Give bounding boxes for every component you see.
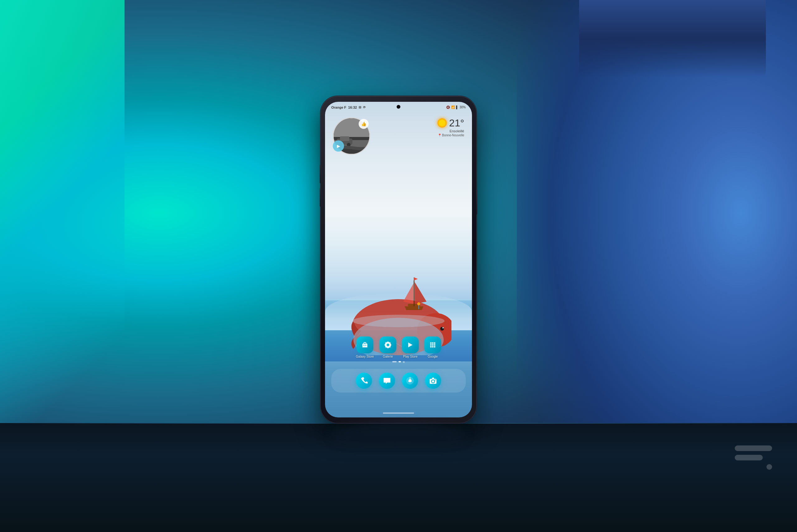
- status-right: 🔇 📶 ▌ 30%: [446, 106, 466, 109]
- play-store-icon[interactable]: [402, 337, 419, 353]
- deco-pill-2: [735, 455, 763, 460]
- location-text: Bonne-Nouvelle: [442, 134, 464, 137]
- play-button[interactable]: ▶: [333, 140, 344, 152]
- page-indicator-1: [392, 361, 397, 362]
- app-galerie[interactable]: Galerie: [380, 337, 396, 358]
- volume-icon: 🔇: [446, 106, 450, 109]
- carrier-label: Orange F: [331, 106, 346, 109]
- app-google[interactable]: Google: [424, 337, 441, 358]
- media-icon: ⊟: [359, 106, 361, 109]
- time-label: 16:32: [348, 106, 357, 109]
- svg-point-49: [434, 346, 435, 347]
- weather-temp-row: 21°: [437, 117, 464, 129]
- weather-widget: 21° Ensoleillé 📍 Bonne-Nouvelle: [437, 117, 464, 137]
- right-decoration: [735, 445, 772, 470]
- svg-rect-24: [340, 136, 349, 141]
- dock-messages[interactable]: [379, 373, 395, 389]
- signal-icon: ▌: [456, 106, 458, 109]
- galerie-label: Galerie: [383, 355, 393, 358]
- dock-phone[interactable]: [356, 373, 372, 389]
- svg-point-38: [385, 346, 386, 347]
- svg-point-48: [432, 346, 433, 347]
- google-icon[interactable]: [424, 337, 441, 353]
- like-icon: 👍: [361, 121, 366, 127]
- svg-point-31: [387, 344, 389, 346]
- svg-point-33: [387, 347, 388, 348]
- page-indicator-2: [398, 361, 401, 362]
- screen: Orange F 16:32 ⊟ ⟳ 🔇 📶 ▌ 30% 21°: [325, 102, 472, 417]
- galerie-icon[interactable]: [380, 337, 396, 353]
- like-button[interactable]: 👍: [359, 119, 368, 129]
- svg-point-35: [390, 344, 391, 345]
- sun-icon: [437, 118, 447, 128]
- deco-pill-1: [735, 445, 772, 451]
- weather-location: 📍 Bonne-Nouvelle: [437, 134, 464, 137]
- app-icons-row: Galaxy Store: [325, 337, 472, 358]
- app-galaxy-store[interactable]: Galaxy Store: [356, 337, 374, 358]
- svg-point-57: [435, 379, 436, 380]
- wifi-icon: 📶: [451, 106, 455, 109]
- svg-marker-40: [408, 342, 413, 347]
- svg-point-37: [389, 342, 391, 343]
- svg-point-42: [432, 342, 433, 344]
- svg-point-44: [430, 344, 432, 345]
- play-icon: ▶: [337, 144, 340, 149]
- volume-down-button: [320, 188, 321, 207]
- play-store-label: Play Store: [403, 355, 417, 358]
- top-right-panel: [579, 0, 766, 78]
- deco-dot: [766, 464, 772, 470]
- svg-point-18: [417, 302, 420, 305]
- svg-point-43: [434, 342, 435, 344]
- svg-point-3: [442, 327, 444, 328]
- svg-point-36: [385, 342, 386, 343]
- sync-icon: ⟳: [363, 106, 365, 109]
- galaxy-store-icon[interactable]: [357, 337, 373, 353]
- location-pin-icon: 📍: [438, 134, 441, 137]
- google-label: Google: [428, 355, 438, 358]
- galaxy-store-label: Galaxy Store: [356, 355, 374, 358]
- phone-body: Orange F 16:32 ⊟ ⟳ 🔇 📶 ▌ 30% 21°: [321, 96, 476, 423]
- page-indicators: [325, 361, 472, 363]
- app-play-store[interactable]: Play Store: [402, 337, 419, 358]
- svg-point-29: [365, 345, 366, 345]
- svg-point-34: [384, 344, 386, 345]
- svg-point-47: [430, 346, 432, 347]
- phone: Orange F 16:32 ⊟ ⟳ 🔇 📶 ▌ 30% 21°: [321, 96, 476, 423]
- social-widget[interactable]: 👍 ▶: [333, 117, 376, 161]
- battery-label: 30%: [459, 106, 466, 109]
- weather-condition: Ensoleillé: [437, 129, 464, 134]
- camera-notch: [397, 105, 400, 109]
- page-indicator-3: [403, 361, 405, 363]
- volume-up-button: [320, 165, 321, 183]
- svg-point-45: [432, 344, 433, 345]
- dock: [331, 369, 466, 393]
- svg-point-41: [430, 342, 432, 344]
- svg-point-39: [389, 346, 391, 347]
- svg-point-32: [387, 341, 388, 343]
- dock-chrome[interactable]: [402, 373, 418, 389]
- svg-point-46: [434, 344, 435, 345]
- temperature: 21°: [449, 117, 464, 129]
- status-left: Orange F 16:32 ⊟ ⟳: [331, 106, 365, 109]
- phone-reflection: [330, 423, 467, 448]
- svg-point-28: [364, 345, 364, 345]
- power-button: [476, 190, 477, 214]
- dock-camera[interactable]: [425, 373, 441, 389]
- home-indicator: [383, 413, 414, 414]
